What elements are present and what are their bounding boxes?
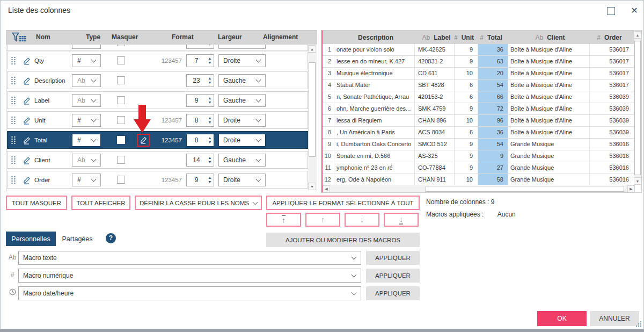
drag-handle-icon[interactable] — [11, 76, 17, 85]
alignment-select[interactable]: Gauche — [218, 74, 266, 87]
type-select[interactable]: Ab — [72, 154, 101, 167]
scroll-down-icon[interactable]: ▼ — [308, 183, 316, 190]
cancel-button[interactable]: ANNULER — [590, 311, 639, 326]
width-stepper[interactable]: 14 ▲▼ — [186, 154, 214, 167]
move-down-button[interactable]: ↓ — [345, 213, 379, 227]
close-icon[interactable]: ✕ — [630, 7, 639, 15]
resize-grip[interactable] — [636, 321, 641, 327]
alignment-select[interactable]: Droite — [218, 134, 266, 147]
grid-row[interactable]: 11ymphonie n° 23 en réCO-77884 927Grande… — [323, 162, 634, 174]
tab-partagees[interactable]: Partagées — [56, 232, 99, 246]
masquer-checkbox[interactable] — [117, 176, 125, 184]
masquer-checkbox[interactable] — [117, 56, 125, 64]
type-select[interactable]: # — [72, 54, 101, 67]
column-row[interactable]: Total # 123457 8 ▲▼ Droite — [7, 131, 308, 149]
grid-row[interactable]: 4Stabat MaterSBT 4828 654Boîte à Musique… — [323, 80, 634, 91]
width-stepper[interactable]: 23 ▲▼ — [186, 74, 214, 87]
width-stepper[interactable]: 7 ▲▼ — [186, 54, 214, 67]
alignment-select[interactable]: Gauche — [218, 94, 266, 107]
spinner-down-icon[interactable]: ▼ — [208, 100, 212, 105]
width-stepper[interactable]: 8 ▲▼ — [186, 134, 214, 147]
scroll-down-icon[interactable]: ▼ — [634, 177, 641, 185]
column-row[interactable]: Unit # 123457 8 ▲▼ Droite — [7, 111, 308, 129]
type-select[interactable]: Ab — [72, 74, 101, 87]
spinner-up-icon[interactable]: ▲ — [208, 176, 212, 180]
scroll-up-icon[interactable]: ▲ — [634, 31, 641, 39]
grid-row[interactable]: 12erg, Ode à NapoléonCHAN 911 1058Grande… — [323, 174, 634, 185]
edit-name-icon[interactable] — [23, 176, 31, 184]
apply-format-to-all-button[interactable]: APPLIQUER LE FORMAT SÉLECTIONNÉ À TOUT — [266, 196, 420, 210]
grid-row[interactable]: 8, Un Américain à ParisACS 8034 636Boîte… — [323, 127, 634, 139]
spinner-down-icon[interactable]: ▼ — [208, 160, 212, 164]
spinner-down-icon[interactable]: ▼ — [208, 120, 212, 125]
grid-row[interactable]: 9i, Dumbarton Oaks ConcertoSMCD 512 954G… — [323, 139, 634, 150]
masquer-checkbox[interactable] — [117, 136, 125, 144]
drag-handle-icon[interactable] — [11, 56, 17, 65]
column-row[interactable]: Client Ab 14 ▲▼ Gauche — [7, 151, 308, 169]
filter-columns-icon[interactable] — [12, 32, 27, 45]
spinner-down-icon[interactable]: ▼ — [208, 180, 212, 184]
scroll-right-icon[interactable]: ▶ — [627, 185, 635, 192]
grid-row[interactable]: 5n, Sonate Pathétique, Arrau420153-2 666… — [323, 91, 634, 103]
macro-numerique-select[interactable]: Macro numérique — [18, 269, 361, 283]
help-icon[interactable]: ? — [106, 233, 116, 243]
macro-dateheure-select[interactable]: Macro date/heure — [18, 286, 361, 300]
edit-name-icon[interactable] — [23, 156, 31, 164]
hide-all-button[interactable]: TOUT MASQUER — [6, 196, 67, 210]
scroll-left-icon[interactable]: ◀ — [323, 185, 330, 192]
alignment-select[interactable]: Droite — [218, 54, 266, 67]
column-row[interactable]: Label Ab 9 ▲▼ Gauche — [7, 91, 308, 109]
grid-row[interactable]: 6ohn, Marche guerrière des...SMK 4759 97… — [323, 103, 634, 115]
type-select[interactable]: Ab — [72, 94, 101, 107]
edit-name-icon[interactable] — [23, 96, 31, 105]
edit-name-icon[interactable] — [23, 76, 31, 85]
set-case-dropdown-button[interactable]: DÉFINIR LA CASSE POUR LES NOMS — [135, 196, 262, 210]
macro-texte-select[interactable]: Macro texte — [18, 251, 361, 265]
spinner-up-icon[interactable]: ▲ — [208, 156, 212, 160]
width-stepper[interactable]: 9 ▲▼ — [186, 174, 214, 186]
apply-numeric-macro-button[interactable]: APPLIQUER — [366, 269, 420, 283]
spinner-down-icon[interactable]: ▼ — [208, 81, 212, 85]
grid-row[interactable]: 10Sonate en mi, D.566AS-325 99Grande Mus… — [323, 150, 634, 162]
spinner-down-icon[interactable]: ▼ — [208, 140, 212, 145]
masquer-checkbox[interactable] — [117, 96, 125, 104]
masquer-checkbox[interactable] — [117, 156, 125, 164]
drag-handle-icon[interactable] — [11, 96, 17, 105]
edit-name-icon[interactable] — [23, 116, 31, 125]
ok-button[interactable]: OK — [537, 311, 587, 326]
tab-personnelles[interactable]: Personnelles — [6, 232, 56, 246]
grid-row[interactable]: 1onate pour violon soloMK-42625 936Boîte… — [323, 44, 634, 56]
drag-handle-icon[interactable] — [11, 136, 17, 145]
type-select[interactable]: # — [72, 134, 101, 147]
alignment-select[interactable]: Droite — [218, 174, 266, 186]
scrollbar-thumb[interactable] — [426, 186, 624, 192]
edit-name-icon[interactable] — [23, 56, 31, 65]
spinner-up-icon[interactable]: ▲ — [208, 56, 212, 61]
column-row[interactable]: Order # 123457 9 ▲▼ Droite — [7, 171, 308, 189]
width-stepper[interactable]: 9 ▲▼ — [186, 94, 214, 107]
move-up-button[interactable]: ↑ — [305, 213, 340, 227]
drag-handle-icon[interactable] — [11, 116, 17, 125]
grid-row[interactable]: 7lessa di RequiemCHAN 896 1096Boîte à Mu… — [323, 115, 634, 127]
drag-handle-icon[interactable] — [11, 156, 17, 164]
apply-datetime-macro-button[interactable]: APPLIQUER — [366, 286, 420, 300]
add-or-edit-macros-button[interactable]: AJOUTER OU MODIFIER DES MACROS — [266, 233, 420, 247]
alignment-select[interactable]: Gauche — [218, 154, 266, 167]
drag-handle-icon[interactable] — [11, 176, 17, 184]
edit-name-icon[interactable] — [23, 136, 31, 145]
grid-hscrollbar[interactable]: ◀ ▶ — [323, 185, 635, 192]
show-all-button[interactable]: TOUT AFFICHER — [71, 196, 130, 210]
scrollbar-thumb[interactable] — [634, 41, 641, 175]
left-table-scrollbar[interactable]: ▲ ▼ — [308, 45, 316, 190]
spinner-down-icon[interactable]: ▼ — [208, 61, 212, 65]
masquer-checkbox[interactable] — [117, 116, 125, 124]
apply-text-macro-button[interactable]: APPLIQUER — [366, 251, 420, 265]
scrollbar-thumb[interactable] — [309, 62, 316, 157]
column-row[interactable]: Description Ab 23 ▲▼ Gauche — [7, 71, 308, 89]
type-select[interactable]: # — [72, 174, 101, 186]
width-stepper[interactable]: 8 ▲▼ — [186, 114, 214, 127]
alignment-select[interactable]: Droite — [218, 114, 266, 127]
spinner-up-icon[interactable]: ▲ — [208, 116, 212, 120]
maximize-icon[interactable] — [607, 7, 615, 15]
spinner-up-icon[interactable]: ▲ — [208, 96, 212, 100]
